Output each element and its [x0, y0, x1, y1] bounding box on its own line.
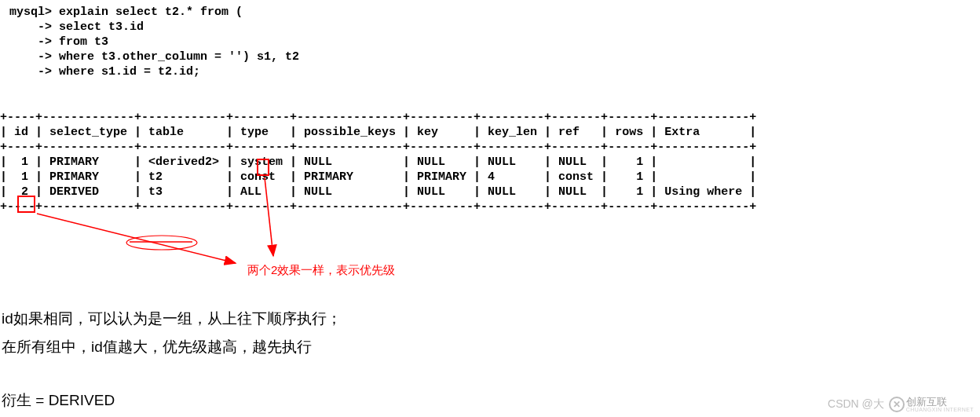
svg-line-1 [37, 214, 236, 263]
explanation-line: 衍生 = DERIVED [2, 386, 115, 415]
explanation-line: id如果相同，可以认为是一组，从上往下顺序执行； [2, 305, 342, 333]
svg-point-4 [126, 236, 197, 250]
explain-output-table: +----+-------------+------------+-------… [0, 110, 756, 214]
sql-query-block: mysql> explain select t2.* from ( -> sel… [9, 5, 299, 79]
watermark: CSDN @大 ✕ 创新互联 CHUANGXIN INTERNET [828, 397, 974, 412]
logo-text: 创新互联 [906, 397, 974, 407]
highlight-box-derived-2 [257, 159, 269, 176]
logo-icon: ✕ [889, 397, 905, 412]
watermark-logo: ✕ 创新互联 CHUANGXIN INTERNET [889, 397, 974, 412]
highlight-box-id-2 [17, 196, 35, 213]
explanation-line: 在所有组中，id值越大，优先级越高，越先执行 [2, 333, 312, 361]
annotation-text: 两个2效果一样，表示优先级 [247, 263, 395, 278]
watermark-prefix: CSDN @大 [828, 397, 884, 412]
logo-subtext: CHUANGXIN INTERNET [906, 407, 974, 412]
